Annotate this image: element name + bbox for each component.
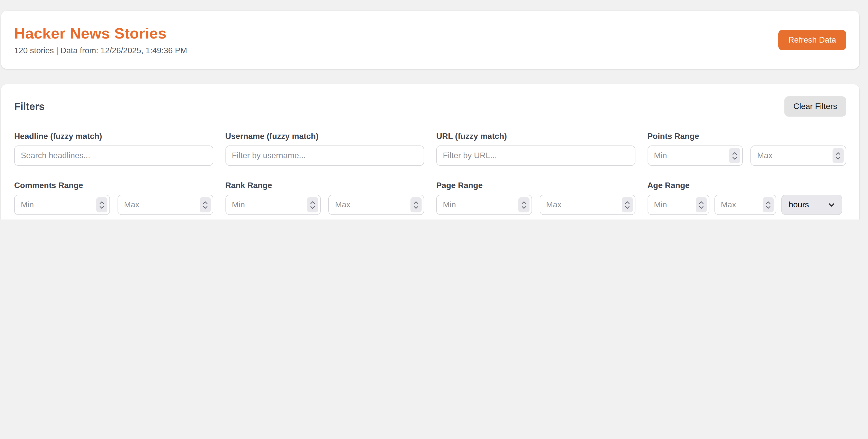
rank-min-field xyxy=(225,195,321,215)
page-min-input[interactable] xyxy=(436,195,532,215)
chevron-up-icon xyxy=(624,201,629,204)
number-stepper[interactable] xyxy=(199,197,211,212)
age-max-field xyxy=(714,195,776,215)
header-card: Hacker News Stories 120 stories | Data f… xyxy=(1,11,859,69)
filter-row-2: Comments Range xyxy=(14,181,846,215)
chevron-up-icon xyxy=(203,201,208,204)
number-stepper[interactable] xyxy=(833,148,844,163)
page-min-field xyxy=(436,195,532,215)
filters-card: Filters Clear Filters Headline (fuzzy ma… xyxy=(1,84,859,220)
age-unit-select[interactable]: hours xyxy=(781,195,842,215)
app-viewport: Hacker News Stories 120 stories | Data f… xyxy=(0,0,868,220)
filter-row-1: Headline (fuzzy match) Username (fuzzy m… xyxy=(14,132,846,166)
age-range-label: Age Range xyxy=(647,181,846,190)
headline-filter-label: Headline (fuzzy match) xyxy=(14,132,213,141)
chevron-up-icon xyxy=(521,201,526,204)
page-max-input[interactable] xyxy=(540,195,636,215)
chevron-up-icon xyxy=(765,201,771,204)
rank-range-label: Rank Range xyxy=(225,181,424,190)
url-filter-field: URL (fuzzy match) xyxy=(436,132,635,166)
points-range-field: Points Range xyxy=(647,132,846,166)
comments-max-input[interactable] xyxy=(118,195,213,215)
chevron-down-icon xyxy=(836,156,841,159)
page-title: Hacker News Stories xyxy=(14,25,187,42)
comments-max-field xyxy=(118,195,213,215)
number-stepper[interactable] xyxy=(730,148,741,163)
age-unit-value: hours xyxy=(789,200,809,209)
page-max-field xyxy=(540,195,636,215)
points-range-label: Points Range xyxy=(647,132,846,141)
number-stepper[interactable] xyxy=(96,197,107,212)
chevron-down-icon xyxy=(99,206,104,209)
chevron-down-icon xyxy=(624,206,629,209)
number-stepper[interactable] xyxy=(695,197,707,212)
number-stepper[interactable] xyxy=(762,197,774,212)
number-stepper[interactable] xyxy=(307,197,318,212)
username-filter-label: Username (fuzzy match) xyxy=(225,132,424,141)
chevron-down-icon xyxy=(765,206,771,209)
comments-min-input[interactable] xyxy=(14,195,110,215)
chevron-up-icon xyxy=(99,201,104,204)
age-range-field: Age Range xyxy=(647,181,846,215)
points-max-input[interactable] xyxy=(751,145,846,166)
filters-heading: Filters xyxy=(14,100,44,112)
number-stepper[interactable] xyxy=(621,197,632,212)
chevron-up-icon xyxy=(733,152,738,155)
page: Hacker News Stories 120 stories | Data f… xyxy=(0,0,868,220)
header-text-block: Hacker News Stories 120 stories | Data f… xyxy=(14,25,187,55)
headline-filter-field: Headline (fuzzy match) xyxy=(14,132,213,166)
comments-range-label: Comments Range xyxy=(14,181,213,190)
username-filter-field: Username (fuzzy match) xyxy=(225,132,424,166)
rank-max-field xyxy=(329,195,424,215)
url-filter-label: URL (fuzzy match) xyxy=(436,132,635,141)
comments-range-field: Comments Range xyxy=(14,181,213,215)
chevron-down-icon xyxy=(521,206,526,209)
chevron-down-icon xyxy=(203,206,208,209)
age-min-field xyxy=(647,195,709,215)
chevron-down-icon xyxy=(310,206,315,209)
rank-range-field: Rank Range xyxy=(225,181,424,215)
url-filter-input[interactable] xyxy=(436,145,635,166)
chevron-up-icon xyxy=(836,152,841,155)
points-min-input[interactable] xyxy=(647,145,743,166)
points-min-field xyxy=(647,145,743,166)
headline-search-input[interactable] xyxy=(14,145,213,166)
chevron-down-icon xyxy=(413,206,418,209)
refresh-data-button[interactable]: Refresh Data xyxy=(778,30,846,50)
chevron-up-icon xyxy=(310,201,315,204)
chevron-down-icon xyxy=(733,156,738,159)
header-subtitle: 120 stories | Data from: 12/26/2025, 1:4… xyxy=(14,46,187,55)
chevron-down-icon xyxy=(828,203,834,207)
number-stepper[interactable] xyxy=(518,197,529,212)
page-range-field: Page Range xyxy=(436,181,635,215)
clear-filters-button[interactable]: Clear Filters xyxy=(784,96,846,117)
points-max-field xyxy=(751,145,846,166)
chevron-up-icon xyxy=(413,201,418,204)
username-filter-input[interactable] xyxy=(225,145,424,166)
chevron-down-icon xyxy=(699,206,704,209)
page-range-label: Page Range xyxy=(436,181,635,190)
chevron-up-icon xyxy=(699,201,704,204)
rank-min-input[interactable] xyxy=(225,195,321,215)
rank-max-input[interactable] xyxy=(329,195,424,215)
number-stepper[interactable] xyxy=(410,197,422,212)
comments-min-field xyxy=(14,195,110,215)
